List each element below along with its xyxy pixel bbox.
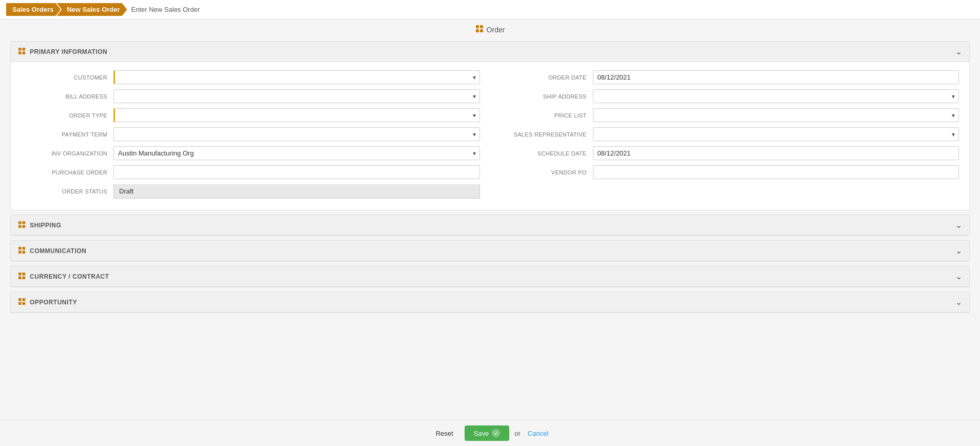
price-list-row: PRICE LIST xyxy=(501,108,959,122)
svg-rect-17 xyxy=(22,272,25,275)
opportunity-header[interactable]: OPPORTUNITY ⌄ xyxy=(11,292,969,313)
svg-rect-13 xyxy=(22,246,25,249)
bill-address-select[interactable] xyxy=(113,89,480,103)
shipping-label: SHIPPING xyxy=(30,222,61,229)
customer-select[interactable] xyxy=(113,70,480,84)
bill-address-label: BILL ADDRESS xyxy=(21,93,113,100)
payment-term-select[interactable] xyxy=(113,127,480,141)
shipping-header[interactable]: SHIPPING ⌄ xyxy=(11,215,969,236)
shipping-panel: SHIPPING ⌄ xyxy=(10,215,970,236)
order-status-row: ORDER STATUS Draft xyxy=(21,184,480,199)
breadcrumb-sales-orders[interactable]: Sales Orders xyxy=(6,3,61,16)
vendor-po-input[interactable] xyxy=(593,165,959,179)
ship-address-select[interactable] xyxy=(593,89,959,103)
order-date-label: ORDER DATE xyxy=(501,74,593,81)
order-type-label: ORDER TYPE xyxy=(21,112,113,119)
currency-contract-header[interactable]: CURRENCY / CONTRACT ⌄ xyxy=(11,266,969,287)
sales-rep-label: SALES REPRESENTATIVE xyxy=(501,131,593,138)
breadcrumb-new-sales-order-label: New Sales Order xyxy=(67,6,120,13)
vendor-po-row: VENDOR PO xyxy=(501,165,959,179)
svg-rect-16 xyxy=(18,272,22,275)
form-right-column: ORDER DATE SHIP ADDRESS xyxy=(501,70,959,202)
ship-address-row: SHIP ADDRESS xyxy=(501,89,959,103)
customer-label: CUSTOMER xyxy=(21,74,113,81)
order-grid-icon xyxy=(475,25,484,35)
order-status-value: Draft xyxy=(113,184,480,199)
communication-collapse-icon[interactable]: ⌄ xyxy=(955,246,962,256)
opportunity-panel: OPPORTUNITY ⌄ xyxy=(10,292,970,313)
schedule-date-row: SCHEDULE DATE xyxy=(501,146,959,160)
price-list-select-wrap xyxy=(593,108,959,122)
price-list-label: PRICE LIST xyxy=(501,112,593,119)
primary-info-icon xyxy=(18,47,26,56)
shipping-icon xyxy=(18,221,26,230)
payment-term-select-wrap xyxy=(113,127,480,141)
svg-rect-1 xyxy=(480,25,483,28)
currency-contract-collapse-icon[interactable]: ⌄ xyxy=(955,272,962,281)
svg-rect-3 xyxy=(480,29,483,32)
ship-address-select-wrap xyxy=(593,89,959,103)
svg-rect-6 xyxy=(18,51,22,54)
order-date-input[interactable] xyxy=(593,70,959,84)
breadcrumb: Sales Orders New Sales Order Enter New S… xyxy=(0,0,980,20)
sales-rep-select[interactable] xyxy=(593,127,959,141)
currency-contract-label: CURRENCY / CONTRACT xyxy=(30,273,109,280)
order-type-row: ORDER TYPE xyxy=(21,108,480,122)
breadcrumb-new-sales-order[interactable]: New Sales Order xyxy=(56,3,127,16)
svg-rect-10 xyxy=(18,225,22,228)
price-list-select[interactable] xyxy=(593,108,959,122)
schedule-date-label: SCHEDULE DATE xyxy=(501,150,593,157)
payment-term-label: PAYMENT TERM xyxy=(21,131,113,138)
svg-rect-14 xyxy=(18,250,22,254)
vendor-po-label: VENDOR PO xyxy=(501,169,593,176)
communication-icon xyxy=(18,246,26,256)
inv-org-select[interactable]: Austin Manufacturing Org xyxy=(113,146,480,160)
inv-org-select-wrap: Austin Manufacturing Org xyxy=(113,146,480,160)
customer-row: CUSTOMER xyxy=(21,70,480,84)
form-left-column: CUSTOMER BILL ADDRESS xyxy=(21,70,480,202)
opportunity-label: OPPORTUNITY xyxy=(30,299,77,306)
currency-contract-icon xyxy=(18,272,26,281)
sales-rep-select-wrap xyxy=(593,127,959,141)
ship-address-label: SHIP ADDRESS xyxy=(501,93,593,100)
shipping-collapse-icon[interactable]: ⌄ xyxy=(955,220,962,230)
purchase-order-input-wrap xyxy=(113,165,480,179)
payment-term-row: PAYMENT TERM xyxy=(21,127,480,141)
svg-rect-12 xyxy=(18,246,22,249)
communication-panel: COMMUNICATION ⌄ xyxy=(10,240,970,262)
opportunity-icon xyxy=(18,298,26,307)
breadcrumb-plain-label: Enter New Sales Order xyxy=(131,6,200,13)
svg-rect-5 xyxy=(22,47,25,50)
shipping-header-left: SHIPPING xyxy=(18,221,61,230)
primary-info-label: PRIMARY INFORMATION xyxy=(30,48,107,55)
primary-info-body: CUSTOMER BILL ADDRESS xyxy=(11,62,969,210)
communication-header[interactable]: COMMUNICATION ⌄ xyxy=(11,241,969,261)
svg-rect-19 xyxy=(22,276,25,279)
svg-rect-15 xyxy=(22,250,25,254)
order-type-select[interactable] xyxy=(113,108,480,122)
schedule-date-input[interactable] xyxy=(593,146,959,160)
purchase-order-row: PURCHASE ORDER xyxy=(21,165,480,179)
page-content: Order PRIMARY INFORMATION ⌄ xyxy=(0,20,980,358)
vendor-po-input-wrap xyxy=(593,165,959,179)
opportunity-header-left: OPPORTUNITY xyxy=(18,298,77,307)
order-date-input-wrap xyxy=(593,70,959,84)
order-status-wrap: Draft xyxy=(113,184,480,199)
primary-info-collapse-icon[interactable]: ⌄ xyxy=(955,47,962,56)
breadcrumb-sales-orders-label: Sales Orders xyxy=(12,6,53,13)
svg-rect-20 xyxy=(18,298,22,301)
svg-rect-23 xyxy=(22,302,25,305)
svg-rect-9 xyxy=(22,221,25,224)
order-status-label: ORDER STATUS xyxy=(21,188,113,195)
sales-rep-row: SALES REPRESENTATIVE xyxy=(501,127,959,141)
communication-label: COMMUNICATION xyxy=(30,247,86,255)
primary-information-header[interactable]: PRIMARY INFORMATION ⌄ xyxy=(11,42,969,62)
svg-rect-18 xyxy=(18,276,22,279)
purchase-order-input[interactable] xyxy=(113,165,480,179)
svg-rect-22 xyxy=(18,302,22,305)
primary-information-panel: PRIMARY INFORMATION ⌄ CUSTOMER xyxy=(10,41,970,210)
customer-select-wrap xyxy=(113,70,480,84)
order-date-row: ORDER DATE xyxy=(501,70,959,84)
opportunity-collapse-icon[interactable]: ⌄ xyxy=(955,297,962,307)
currency-contract-header-left: CURRENCY / CONTRACT xyxy=(18,272,109,281)
